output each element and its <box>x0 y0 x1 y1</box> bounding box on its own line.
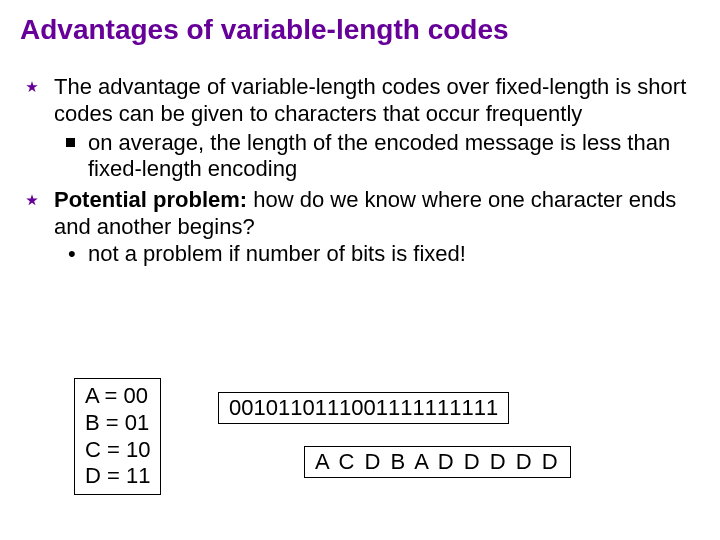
slide: Advantages of variable-length codes The … <box>0 0 720 540</box>
bullet-2-label: Potential problem: <box>54 187 247 212</box>
bullet-list: The advantage of variable-length codes o… <box>18 74 702 268</box>
decoded-box: A C D B A D D D D D <box>304 446 571 478</box>
slide-title: Advantages of variable-length codes <box>20 14 702 46</box>
bullet-1-sub: on average, the length of the encoded me… <box>88 130 692 184</box>
code-C: C = 10 <box>85 437 150 464</box>
code-table: A = 00 B = 01 C = 10 D = 11 <box>74 378 161 495</box>
bullet-2-sub-text: not a problem if number of bits is fixed… <box>88 241 466 266</box>
bullet-2-sub: not a problem if number of bits is fixed… <box>88 241 692 268</box>
code-D: D = 11 <box>85 463 150 490</box>
bullet-1-text: The advantage of variable-length codes o… <box>54 74 686 126</box>
code-A: A = 00 <box>85 383 150 410</box>
bullet-1-sub-text: on average, the length of the encoded me… <box>88 130 670 182</box>
code-B: B = 01 <box>85 410 150 437</box>
bullet-2: Potential problem: how do we know where … <box>54 187 692 267</box>
bullet-1: The advantage of variable-length codes o… <box>54 74 692 183</box>
bitstring-box: 0010110111001111111111 <box>218 392 509 424</box>
